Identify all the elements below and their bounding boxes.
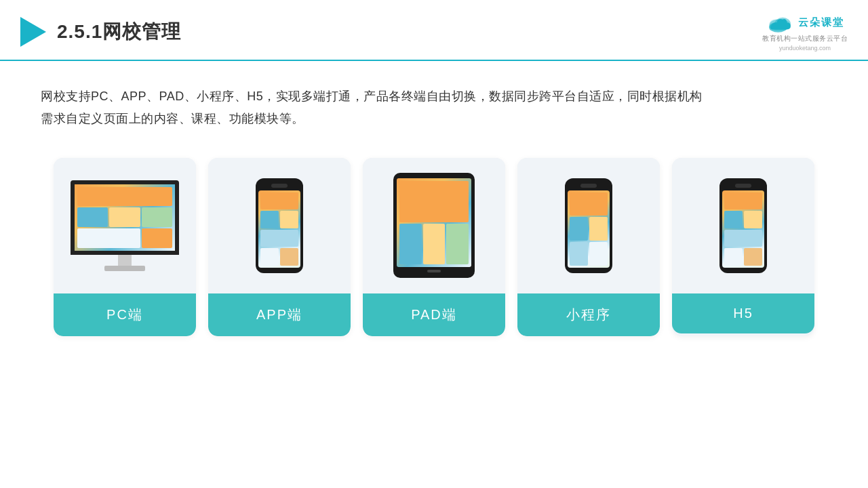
tablet-screen-inner: [397, 178, 471, 267]
card-h5: H5: [672, 158, 814, 336]
logo-area: 云朵课堂 教育机构一站式服务云平台 yunduoketang.com: [762, 12, 848, 52]
page-title: 2.5.1网校管理: [57, 19, 181, 45]
phone-screen-mini: [568, 190, 610, 268]
tablet-button: [427, 270, 441, 272]
card-app: APP端: [208, 158, 351, 336]
card-pc: PC端: [54, 158, 196, 336]
pc-monitor: [71, 180, 179, 271]
description-area: 网校支持PC、APP、PAD、小程序、H5，实现多端打通，产品各终端自由切换，数…: [0, 61, 868, 144]
card-pad: PAD端: [363, 158, 505, 336]
phone-mini: [565, 178, 612, 273]
card-pc-label: PC端: [54, 293, 196, 336]
card-mini-label: 小程序: [517, 293, 660, 336]
card-mini-image: [517, 158, 660, 293]
phone-screen-app: [258, 190, 300, 268]
phone-screen-inner-mini: [568, 190, 610, 268]
card-pad-image: [363, 158, 505, 293]
cards-container: PC端 APP端: [0, 144, 868, 357]
phone-screen-h5: [722, 190, 764, 268]
header-left: 2.5.1网校管理: [20, 17, 181, 47]
monitor-stand: [118, 255, 132, 266]
logo-cloud: 云朵课堂: [766, 12, 844, 33]
phone-notch-h5: [735, 184, 751, 188]
phone-h5: [719, 178, 767, 273]
card-app-label: APP端: [208, 293, 351, 336]
card-pad-label: PAD端: [363, 293, 505, 336]
card-h5-label: H5: [672, 293, 814, 333]
monitor-screen-content: [75, 184, 175, 251]
page-header: 2.5.1网校管理 云朵课堂 教育机构一站式服务云平台 yunduoketang…: [0, 0, 868, 61]
description-line1: 网校支持PC、APP、PAD、小程序、H5，实现多端打通，产品各终端自由切换，数…: [41, 85, 827, 108]
card-mini: 小程序: [517, 158, 660, 336]
phone-screen-inner-h5: [722, 190, 764, 268]
monitor-base: [104, 266, 145, 271]
play-icon: [20, 17, 46, 47]
tablet-screen: [397, 178, 471, 267]
card-h5-image: [672, 158, 814, 293]
cloud-icon: [766, 12, 794, 33]
description-line2: 需求自定义页面上的内容、课程、功能模块等。: [41, 108, 827, 130]
phone-app: [256, 178, 303, 273]
phone-notch-mini: [580, 184, 597, 188]
logo-text: 云朵课堂: [798, 16, 844, 29]
phone-notch-app: [271, 184, 288, 188]
card-app-image: [208, 158, 351, 293]
phone-screen-inner-app: [258, 190, 300, 268]
tablet-pad: [393, 173, 475, 278]
logo-url: yunduoketang.com: [779, 45, 831, 52]
logo-sub: 教育机构一站式服务云平台: [762, 34, 848, 43]
monitor-screen: [71, 180, 179, 255]
card-pc-image: [54, 158, 196, 293]
